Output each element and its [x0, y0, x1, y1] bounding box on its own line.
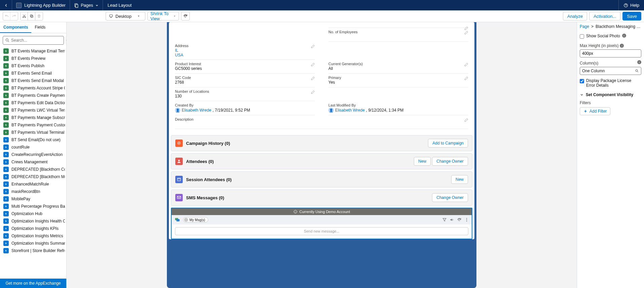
back-button[interactable]	[0, 0, 12, 10]
add-filter-button[interactable]: Add Filter	[580, 107, 610, 115]
component-item[interactable]: Optimization Hub	[1, 210, 65, 217]
undo-button[interactable]	[3, 12, 10, 20]
session-attendees-card[interactable]: Session Attendees (0) New	[171, 171, 472, 188]
component-item[interactable]: DEPRECATED [Blackthorn Conve...	[1, 166, 65, 173]
pencil-icon[interactable]	[464, 76, 468, 80]
component-search[interactable]	[3, 36, 64, 45]
pages-dropdown[interactable]: Pages	[70, 0, 103, 10]
svg-point-10	[178, 142, 180, 144]
component-item[interactable]: Optimization Insights Summary	[1, 240, 65, 247]
component-item[interactable]: countRule	[1, 143, 65, 151]
pencil-icon[interactable]	[311, 76, 315, 80]
component-item[interactable]: BT Send Email(Do not use)	[1, 136, 65, 143]
component-item[interactable]: Storefront | Store Builder Refres...	[1, 247, 65, 254]
tab-fields[interactable]: Fields	[31, 22, 49, 33]
component-item[interactable]: BT Payments Edit Data Dictionary	[1, 99, 65, 107]
save-button[interactable]: Save	[622, 12, 641, 20]
max-height-input[interactable]	[580, 49, 641, 57]
component-item[interactable]: BT Payments LWC Virtual Terminal	[1, 107, 65, 114]
activation-button[interactable]: Activation...	[589, 12, 620, 20]
component-item[interactable]: Multi Percentage Progress Bar	[1, 203, 65, 210]
pencil-icon[interactable]	[311, 44, 315, 48]
zoom-selector[interactable]: Shrink To View	[147, 12, 179, 20]
app-name: Lightning App Builder	[24, 3, 66, 8]
component-item[interactable]: BT Events Manage Email Template	[1, 47, 65, 55]
messages-icon	[174, 217, 180, 222]
campaign-history-card[interactable]: Campaign History (0) Add to Campaign	[171, 135, 472, 151]
pencil-icon[interactable]	[464, 118, 468, 122]
device-selector[interactable]: Desktop	[106, 12, 145, 20]
component-icon	[3, 196, 9, 202]
component-item[interactable]: Crews Management	[1, 158, 65, 166]
component-item[interactable]: DEPRECATED [Blackthorn Messa...	[1, 173, 65, 180]
component-icon	[3, 204, 9, 209]
send-message-input[interactable]: Send new message...	[175, 227, 468, 235]
component-item[interactable]: BT Payments Payment Customer...	[1, 121, 65, 129]
visibility-section-toggle[interactable]: Set Component Visibility	[580, 92, 641, 97]
component-item[interactable]: BT Payments Create Payment M...	[1, 92, 65, 99]
analyze-button[interactable]: Analyze	[563, 12, 587, 20]
add-to-campaign-button[interactable]: Add to Campaign	[428, 139, 468, 148]
user-link[interactable]: Elisabeth Wrede	[182, 108, 211, 113]
info-icon[interactable]: i	[620, 44, 624, 48]
component-item[interactable]: BT Events Send Email Modal	[1, 77, 65, 84]
component-item[interactable]: BT Payments Virtual Terminal	[1, 129, 65, 136]
my-messages-toggle[interactable]: My Msg(s)	[183, 217, 208, 222]
attendees-card[interactable]: Attendees (0) New Change Owner	[171, 153, 472, 169]
field-label: SIC Code	[175, 76, 315, 80]
pencil-icon[interactable]	[464, 63, 468, 67]
user-link[interactable]: Elisabeth Wrede	[335, 108, 365, 113]
messaging-component[interactable]: Currently Using Demo Account My Msg(s)	[171, 208, 472, 239]
page-title: Lead Layout	[103, 3, 137, 8]
pencil-icon[interactable]	[311, 90, 315, 94]
info-icon[interactable]: i	[622, 34, 626, 38]
component-item[interactable]: Optimization Insights KPIs	[1, 225, 65, 232]
component-item[interactable]: Optimization Insights Health Che...	[1, 217, 65, 225]
svg-point-18	[466, 218, 467, 219]
sms-icon	[175, 194, 183, 201]
appexchange-button[interactable]: Get more on the AppExchange	[0, 279, 66, 288]
component-item[interactable]: BT Events Send Email	[1, 70, 65, 77]
breadcrumb: Page > Blackthorn Messaging Mes...	[580, 24, 641, 29]
help-button[interactable]: Help	[618, 0, 644, 10]
pencil-icon[interactable]	[464, 31, 468, 35]
component-label: BT Payments Manage Subscripti...	[11, 115, 65, 120]
component-item[interactable]: CreateRecurringEventAction	[1, 151, 65, 158]
component-item[interactable]: BT Events Preview	[1, 55, 65, 62]
display-package-checkbox[interactable]	[580, 79, 584, 83]
columns-select[interactable]: One Column	[580, 67, 641, 75]
search-input[interactable]	[11, 38, 62, 43]
change-owner-button[interactable]: Change Owner	[432, 157, 468, 166]
component-item[interactable]: BT Payments Manage Subscripti...	[1, 114, 65, 121]
pencil-icon[interactable]	[311, 63, 315, 67]
change-owner-button[interactable]: Change Owner	[432, 193, 468, 202]
more-icon[interactable]	[464, 217, 469, 222]
address-state-link[interactable]: IL	[175, 48, 178, 53]
cut-button[interactable]	[21, 12, 28, 20]
tab-components[interactable]: Components	[0, 22, 31, 33]
refresh-icon[interactable]	[457, 217, 462, 222]
component-label: BT Payments Payment Customer...	[11, 123, 65, 127]
delete-button[interactable]	[35, 12, 43, 20]
sms-messages-card[interactable]: SMS Messages (0) Change Owner	[171, 190, 472, 206]
component-icon	[3, 241, 9, 246]
copy-button[interactable]	[28, 12, 35, 20]
chevron-down-icon	[580, 93, 584, 97]
refresh-button[interactable]	[181, 12, 190, 20]
component-item[interactable]: BT Payments Account Stripe Cus...	[1, 84, 65, 92]
info-icon[interactable]: i	[637, 60, 641, 64]
component-item[interactable]: Optimization Insights Metrics	[1, 232, 65, 240]
breadcrumb-page-link[interactable]: Page	[580, 24, 589, 29]
new-attendee-button[interactable]: New	[414, 157, 431, 166]
show-social-photo-checkbox[interactable]	[580, 34, 584, 39]
address-country-link[interactable]: USA	[175, 53, 183, 57]
component-item[interactable]: MobilePay	[1, 195, 65, 203]
component-item[interactable]: maskRecordBtn	[1, 188, 65, 195]
volume-icon[interactable]	[450, 217, 454, 222]
redo-button[interactable]	[10, 12, 18, 20]
avatar: 👤	[175, 108, 180, 113]
filter-icon[interactable]	[442, 217, 447, 222]
component-item[interactable]: EnhancedMatchRule	[1, 180, 65, 188]
new-session-button[interactable]: New	[451, 175, 468, 184]
component-item[interactable]: BT Events Publish	[1, 62, 65, 70]
